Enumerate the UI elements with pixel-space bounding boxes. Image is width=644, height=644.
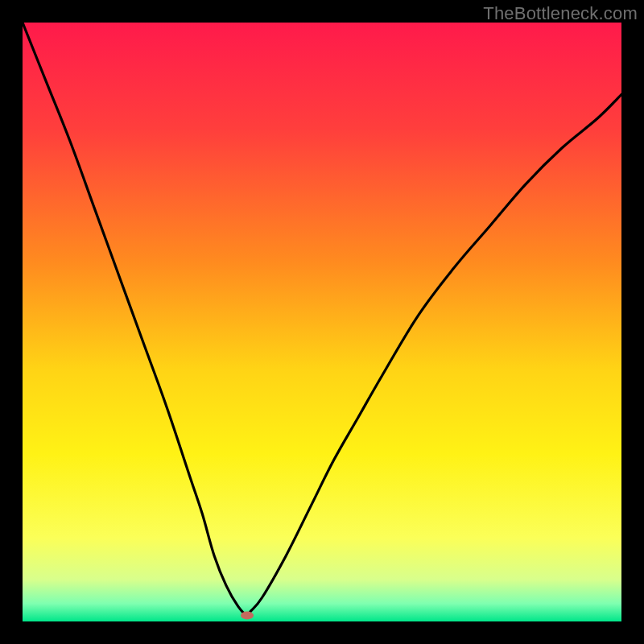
minimum-marker — [241, 612, 254, 620]
bottleneck-chart — [23, 23, 621, 621]
gradient-background — [23, 23, 621, 621]
chart-frame — [23, 23, 621, 621]
watermark-text: TheBottleneck.com — [483, 3, 638, 24]
